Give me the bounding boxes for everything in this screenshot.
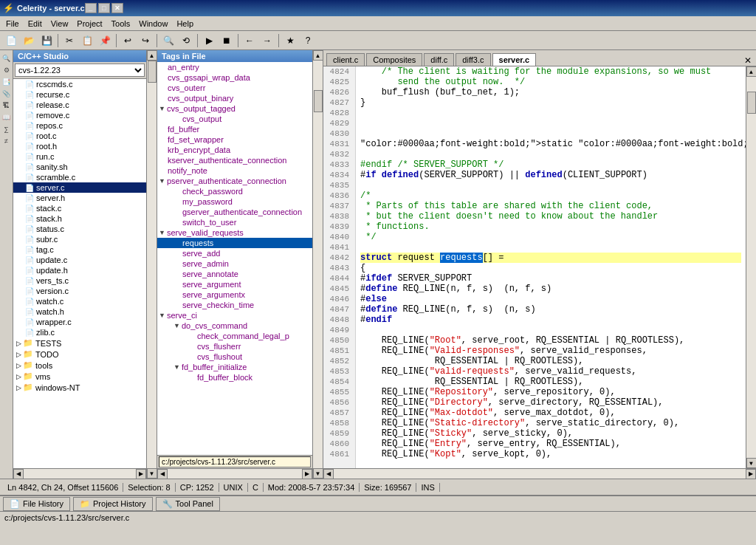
toolbar-new[interactable]: 📄	[3, 32, 19, 49]
file-tree-item[interactable]: 📄root.h	[13, 141, 146, 151]
file-tree-item[interactable]: 📄server.h	[13, 193, 146, 203]
tag-tree-item[interactable]: an_entry	[157, 62, 312, 72]
hscroll-right[interactable]: ▶	[136, 469, 146, 479]
file-tree-item[interactable]: 📄server.c	[13, 182, 146, 193]
vscroll-thumb[interactable]	[148, 61, 157, 83]
tag-tree-item[interactable]: ▼serve_ci	[157, 310, 312, 321]
file-tree-item[interactable]: 📄watch.h	[13, 306, 146, 317]
toolbar-cut[interactable]: ✂	[61, 32, 78, 49]
toolbar-help[interactable]: ?	[300, 32, 316, 49]
code-content[interactable]: /* The client is waiting for the module …	[356, 66, 746, 468]
tag-tree-item[interactable]: serve_argument	[157, 279, 312, 289]
tags-hscroll[interactable]: ◀ ▶	[157, 468, 312, 479]
menu-view[interactable]: View	[47, 18, 73, 30]
toolbar-redo[interactable]: ↪	[137, 32, 154, 49]
sidebar-const-icon[interactable]: 🏗	[1, 100, 12, 111]
minimize-button[interactable]: _	[85, 3, 97, 13]
tag-tree-item[interactable]: ▼fd_buffer_initialize	[157, 362, 312, 372]
tag-tree-item[interactable]: ▼pserver_authenticate_connection	[157, 176, 312, 186]
file-tree-item[interactable]: 📄sanity.sh	[13, 162, 146, 172]
sidebar-symbol-icon[interactable]: ∑	[1, 124, 12, 134]
file-tree-item[interactable]: 📄update.c	[13, 255, 146, 265]
tag-tree-item[interactable]: serve_add	[157, 248, 312, 258]
tag-tree-item[interactable]: my_password	[157, 196, 312, 207]
tag-tree-item[interactable]: cvs_output	[157, 114, 312, 124]
editor-close-btn[interactable]: ✕	[744, 55, 756, 66]
tag-tree-item[interactable]: ▼do_cvs_command	[157, 321, 312, 331]
file-tree-item[interactable]: ▷📁vms	[13, 371, 146, 382]
file-tree-item[interactable]: 📄stack.c	[13, 203, 146, 213]
menu-help[interactable]: Help	[172, 18, 198, 30]
tag-tree-item[interactable]: fd_buffer_block	[157, 372, 312, 383]
tag-tree-item[interactable]: ▼cvs_output_tagged	[157, 103, 312, 114]
tag-tree-item[interactable]: notify_note	[157, 165, 312, 176]
tag-tree-item[interactable]: gserver_authenticate_connection	[157, 207, 312, 217]
tab-diff[interactable]: diff.c	[424, 53, 454, 66]
toolbar-build[interactable]: ▶	[201, 32, 217, 49]
tag-tree-item[interactable]: serve_annotate	[157, 269, 312, 279]
tag-tree-item[interactable]: cvs_output_binary	[157, 93, 312, 103]
file-tree-item[interactable]: 📄status.c	[13, 224, 146, 234]
tag-tree-item[interactable]: serve_checkin_time	[157, 300, 312, 310]
sidebar-search-icon[interactable]: 🔍	[1, 53, 12, 64]
tab-client[interactable]: client.c	[326, 53, 365, 66]
sidebar-ref-icon[interactable]: 📎	[1, 89, 12, 99]
file-tree-item[interactable]: 📄scramble.c	[13, 172, 146, 182]
tag-tree-item[interactable]: check_password	[157, 186, 312, 196]
tag-tree-item[interactable]: cvs_flusherr	[157, 341, 312, 352]
file-tree-hscroll[interactable]: ◀ ▶	[13, 468, 146, 479]
tags-hscroll-left[interactable]: ◀	[157, 469, 168, 479]
toolbar-save[interactable]: 💾	[38, 32, 55, 49]
file-tree-item[interactable]: ▷📁TESTS	[13, 337, 146, 349]
code-hscroll-left[interactable]: ◀	[323, 469, 334, 479]
hscroll-left[interactable]: ◀	[13, 469, 24, 479]
tag-tree-item[interactable]: fd_buffer	[157, 124, 312, 134]
maximize-button[interactable]: □	[98, 3, 110, 13]
file-tree-item[interactable]: 📄tag.c	[13, 244, 146, 255]
path-input[interactable]	[159, 456, 311, 467]
toolbar-undo[interactable]: ↩	[120, 32, 136, 49]
tags-vscroll-up[interactable]: ▲	[313, 50, 323, 61]
tab-composites[interactable]: Composites	[366, 53, 422, 66]
code-vscroll-thumb[interactable]	[747, 92, 756, 114]
code-vscroll-up[interactable]: ▲	[746, 66, 757, 77]
toolbar-bookmark[interactable]: ★	[282, 32, 298, 49]
menu-window[interactable]: Window	[134, 18, 172, 30]
file-tree-item[interactable]: 📄subr.c	[13, 234, 146, 244]
cvs-version-dropdown[interactable]: cvs-1.22.23	[15, 64, 145, 77]
menu-project[interactable]: Project	[72, 18, 106, 30]
tag-tree-item[interactable]: requests	[157, 238, 312, 248]
file-tree-item[interactable]: 📄repos.c	[13, 120, 146, 131]
menu-edit[interactable]: Edit	[24, 18, 47, 30]
toolbar-open[interactable]: 📂	[21, 32, 37, 49]
file-tree-item[interactable]: 📄version.c	[13, 286, 146, 296]
tag-tree-item[interactable]: krb_encrypt_data	[157, 145, 312, 155]
file-tree-item[interactable]: 📄stack.h	[13, 213, 146, 224]
file-tree-item[interactable]: 📄update.h	[13, 265, 146, 275]
file-tree-item[interactable]: 📄root.c	[13, 131, 146, 141]
close-button[interactable]: ✕	[111, 3, 123, 13]
file-tree-item[interactable]: 📄rcscmds.c	[13, 79, 146, 89]
file-tree-item[interactable]: 📄watch.c	[13, 296, 146, 306]
tag-tree-item[interactable]: serve_argumentx	[157, 289, 312, 300]
toolbar-replace[interactable]: ⟲	[178, 32, 194, 49]
code-vscroll-down[interactable]: ▼	[746, 458, 757, 468]
file-tree-item[interactable]: 📄wrapper.c	[13, 317, 146, 327]
sidebar-prop-icon[interactable]: ⚙	[1, 65, 12, 75]
tag-tree-item[interactable]: ▼serve_valid_requests	[157, 227, 312, 238]
tag-tree-item[interactable]: cvs_flushout	[157, 352, 312, 362]
file-tree-item[interactable]: ▷📁tools	[13, 360, 146, 371]
file-tree-item[interactable]: 📄remove.c	[13, 110, 146, 120]
tab-project-history[interactable]: 📁 Project History	[73, 497, 153, 511]
menu-file[interactable]: File	[1, 18, 24, 30]
toolbar-copy[interactable]: 📋	[79, 32, 95, 49]
tag-tree-item[interactable]: fd_set_wrapper	[157, 134, 312, 145]
tags-vscroll-thumb[interactable]	[314, 90, 323, 112]
file-tree-item[interactable]: 📄run.c	[13, 151, 146, 162]
tab-server[interactable]: server.c	[492, 53, 537, 66]
tags-hscroll-right[interactable]: ▶	[302, 469, 312, 479]
tag-tree-item[interactable]: cvs_outerr	[157, 83, 312, 93]
code-hscroll-right[interactable]: ▶	[746, 469, 756, 479]
tag-tree-item[interactable]: kserver_authenticate_connection	[157, 155, 312, 165]
tag-tree-item[interactable]: check_command_legal_p	[157, 331, 312, 341]
